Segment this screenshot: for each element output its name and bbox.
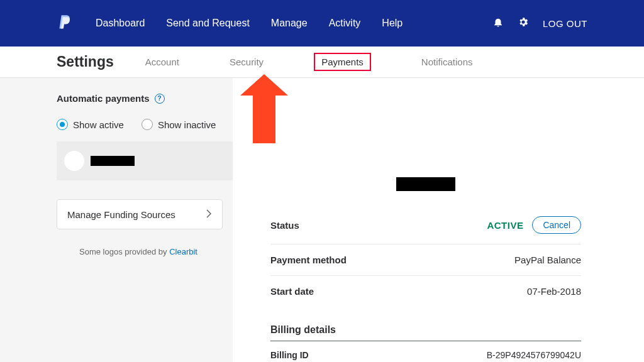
annotation-arrow-icon <box>253 74 275 143</box>
tab-payments[interactable]: Payments <box>314 53 371 71</box>
logout-link[interactable]: LOG OUT <box>543 18 587 29</box>
start-date-value: 07-Feb-2018 <box>527 286 581 297</box>
row-status: Status ACTIVE Cancel <box>270 206 581 244</box>
billing-details-heading: Billing details <box>270 324 581 341</box>
merchant-title-redacted <box>396 177 455 191</box>
merchant-title <box>270 177 581 191</box>
nav-manage[interactable]: Manage <box>271 18 308 29</box>
gear-icon[interactable] <box>518 16 529 30</box>
help-icon[interactable]: ? <box>155 94 165 104</box>
row-billing-id: Billing ID B-29P4924576799042U <box>270 341 581 362</box>
attribution-link[interactable]: Clearbit <box>169 247 197 256</box>
tab-account[interactable]: Account <box>145 47 179 78</box>
top-nav-links: Dashboard Send and Request Manage Activi… <box>96 18 402 29</box>
sidebar: Automatic payments ? Show active Show in… <box>0 78 233 362</box>
payment-method-label: Payment method <box>270 255 347 265</box>
billing-id-value: B-29P4924576799042U <box>487 350 581 360</box>
bell-icon[interactable] <box>492 16 504 30</box>
settings-subnav: Settings Account Security Payments Notif… <box>0 47 644 78</box>
payment-method-value: PayPal Balance <box>514 255 581 265</box>
status-value: ACTIVE <box>487 220 523 231</box>
tab-security[interactable]: Security <box>230 47 264 78</box>
nav-send-request[interactable]: Send and Request <box>166 18 250 29</box>
cancel-button[interactable]: Cancel <box>532 216 581 234</box>
radio-inactive-label: Show inactive <box>158 119 216 130</box>
auto-payments-label: Automatic payments <box>57 93 150 104</box>
billing-id-label: Billing ID <box>270 350 309 360</box>
content-area: Automatic payments ? Show active Show in… <box>0 78 644 362</box>
radio-show-inactive[interactable]: Show inactive <box>142 119 216 130</box>
page-title: Settings <box>57 53 114 70</box>
row-start-date: Start date 07-Feb-2018 <box>270 276 581 307</box>
start-date-label: Start date <box>270 286 314 297</box>
top-nav: Dashboard Send and Request Manage Activi… <box>0 0 644 47</box>
manage-funding-button[interactable]: Manage Funding Sources <box>57 199 223 229</box>
merchant-name-redacted <box>91 156 135 166</box>
chevron-right-icon <box>206 209 212 220</box>
status-label: Status <box>270 220 299 231</box>
logo-attribution: Some logos provided by Clearbit <box>57 247 220 256</box>
subnav-tabs: Account Security Payments Notifications <box>145 47 473 78</box>
merchant-list-item[interactable] <box>57 141 233 180</box>
radio-active-label: Show active <box>73 119 124 130</box>
radio-selected-icon <box>57 119 68 130</box>
paypal-logo-icon <box>57 14 73 33</box>
attribution-text: Some logos provided by <box>79 247 169 256</box>
merchant-logo-icon <box>64 151 84 171</box>
auto-payments-heading: Automatic payments ? <box>0 93 233 104</box>
radio-unselected-icon <box>142 119 153 130</box>
nav-activity[interactable]: Activity <box>329 18 361 29</box>
detail-panel: Status ACTIVE Cancel Payment method PayP… <box>233 78 644 362</box>
top-nav-right: LOG OUT <box>492 16 587 30</box>
nav-help[interactable]: Help <box>382 18 402 29</box>
row-payment-method: Payment method PayPal Balance <box>270 244 581 276</box>
nav-dashboard[interactable]: Dashboard <box>96 18 145 29</box>
manage-funding-label: Manage Funding Sources <box>67 209 175 220</box>
radio-show-active[interactable]: Show active <box>57 119 124 130</box>
filter-radios: Show active Show inactive <box>0 104 233 141</box>
status-value-wrap: ACTIVE Cancel <box>487 216 581 234</box>
tab-notifications[interactable]: Notifications <box>421 47 473 78</box>
